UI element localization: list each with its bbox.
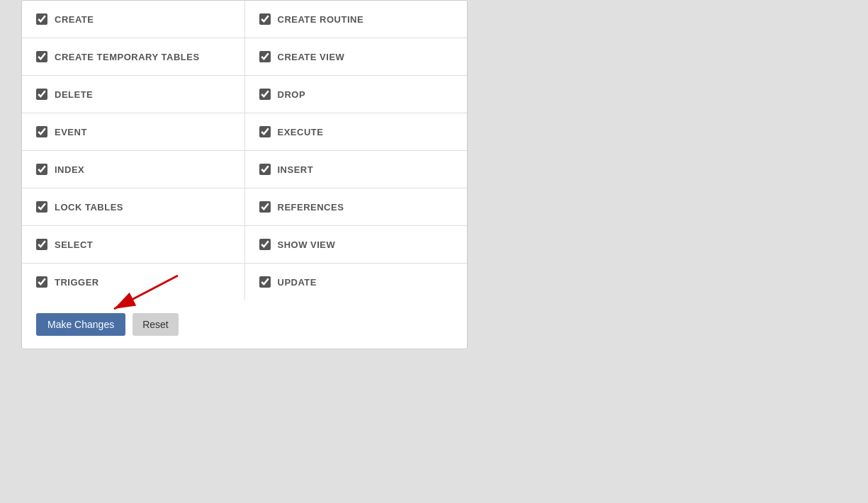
label-create_temporary_tables: CREATE TEMPORARY TABLES (55, 52, 200, 62)
permissions-panel: CREATECREATE ROUTINECREATE TEMPORARY TAB… (21, 0, 468, 349)
checkbox-create[interactable] (36, 13, 47, 25)
label-event: EVENT (55, 127, 87, 137)
checkbox-references[interactable] (259, 201, 271, 213)
perm-cell-index: INDEX (22, 151, 245, 188)
perm-cell-insert: INSERT (245, 151, 468, 188)
label-lock_tables: LOCK TABLES (55, 202, 123, 213)
perm-row: LOCK TABLESREFERENCES (22, 188, 467, 226)
checkbox-update[interactable] (259, 276, 271, 288)
perm-row: CREATE TEMPORARY TABLESCREATE VIEW (22, 38, 467, 76)
perm-row: EVENTEXECUTE (22, 113, 467, 151)
label-update: UPDATE (278, 277, 317, 288)
checkbox-lock_tables[interactable] (36, 201, 47, 213)
perm-cell-trigger: TRIGGER (22, 264, 245, 300)
label-create_routine: CREATE ROUTINE (278, 14, 364, 25)
perm-cell-event: EVENT (22, 113, 245, 150)
label-delete: DELETE (55, 89, 93, 100)
page-wrapper: CREATECREATE ROUTINECREATE TEMPORARY TAB… (0, 0, 868, 503)
checkbox-show_view[interactable] (259, 239, 271, 250)
perm-cell-execute: EXECUTE (245, 113, 468, 150)
checkbox-trigger[interactable] (36, 276, 47, 288)
checkbox-event[interactable] (36, 126, 47, 137)
checkbox-delete[interactable] (36, 89, 47, 100)
label-create: CREATE (55, 14, 94, 25)
label-create_view: CREATE VIEW (278, 52, 345, 62)
perm-cell-lock_tables: LOCK TABLES (22, 188, 245, 225)
label-select: SELECT (55, 239, 93, 250)
label-insert: INSERT (278, 164, 314, 175)
checkbox-select[interactable] (36, 239, 47, 250)
perm-cell-show_view: SHOW VIEW (245, 226, 468, 263)
checkbox-drop[interactable] (259, 89, 271, 100)
make-changes-button[interactable]: Make Changes (36, 313, 125, 336)
perm-row: DELETEDROP (22, 76, 467, 113)
label-show_view: SHOW VIEW (278, 239, 336, 250)
label-index: INDEX (55, 164, 84, 175)
perm-cell-drop: DROP (245, 76, 468, 113)
perm-cell-delete: DELETE (22, 76, 245, 113)
perm-cell-select: SELECT (22, 226, 245, 263)
checkbox-create_view[interactable] (259, 51, 271, 62)
checkbox-execute[interactable] (259, 126, 271, 137)
perm-cell-update: UPDATE (245, 264, 468, 300)
perm-cell-create: CREATE (22, 1, 245, 38)
actions-row: Make Changes Reset (22, 300, 467, 349)
checkbox-insert[interactable] (259, 164, 271, 175)
label-trigger: TRIGGER (55, 277, 99, 288)
perm-row: CREATECREATE ROUTINE (22, 1, 467, 38)
perm-cell-references: REFERENCES (245, 188, 468, 225)
checkbox-create_temporary_tables[interactable] (36, 51, 47, 62)
perm-row: INDEXINSERT (22, 151, 467, 188)
perm-row: TRIGGERUPDATE (22, 264, 467, 300)
checkbox-create_routine[interactable] (259, 13, 271, 25)
label-drop: DROP (278, 89, 306, 100)
perm-cell-create_routine: CREATE ROUTINE (245, 1, 468, 38)
label-references: REFERENCES (278, 202, 344, 213)
perm-cell-create_temporary_tables: CREATE TEMPORARY TABLES (22, 38, 245, 75)
checkbox-index[interactable] (36, 164, 47, 175)
reset-button[interactable]: Reset (133, 313, 179, 336)
label-execute: EXECUTE (278, 127, 324, 137)
perm-row: SELECTSHOW VIEW (22, 226, 467, 264)
perm-cell-create_view: CREATE VIEW (245, 38, 468, 75)
